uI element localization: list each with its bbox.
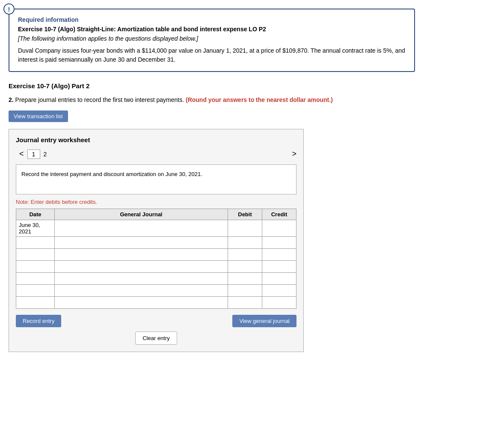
table-row: [16, 285, 296, 297]
debit-cell-3[interactable]: [228, 249, 262, 261]
page-1-indicator[interactable]: 1: [27, 149, 40, 159]
clear-entry-row: Clear entry: [16, 331, 296, 345]
table-row: June 30, 2021: [16, 220, 296, 237]
credit-cell-3[interactable]: [262, 249, 296, 261]
clear-entry-button[interactable]: Clear entry: [135, 331, 177, 345]
record-entry-button[interactable]: Record entry: [16, 315, 61, 327]
gj-cell-2[interactable]: [55, 237, 228, 249]
col-header-date: Date: [16, 209, 55, 220]
gj-input-4[interactable]: [55, 261, 228, 272]
view-general-journal-button[interactable]: View general journal: [232, 315, 296, 327]
page-2-indicator[interactable]: 2: [40, 150, 50, 158]
gj-input-6[interactable]: [55, 285, 228, 296]
question-note: (Round your answers to the nearest dolla…: [186, 96, 333, 103]
journal-entry-worksheet: Journal entry worksheet < 1 2 > Record t…: [9, 129, 304, 352]
col-header-general-journal: General Journal: [55, 209, 228, 220]
exercise-heading: Exercise 10-7 (Algo) Part 2: [9, 82, 495, 90]
action-buttons-row: Record entry View general journal: [16, 315, 296, 327]
gj-input-7[interactable]: [55, 297, 228, 308]
credit-cell-2[interactable]: [262, 237, 296, 249]
debit-input-2[interactable]: [228, 237, 262, 248]
prev-page-button[interactable]: <: [16, 149, 27, 159]
debit-cell-1[interactable]: [228, 220, 262, 237]
table-row: [16, 249, 296, 261]
question-body: Prepare journal entries to record the fi…: [15, 96, 184, 103]
credit-input-2[interactable]: [262, 237, 296, 248]
credit-cell-5[interactable]: [262, 273, 296, 285]
date-cell-2: [16, 237, 55, 249]
credit-cell-7[interactable]: [262, 297, 296, 309]
debit-cell-6[interactable]: [228, 285, 262, 297]
col-header-credit: Credit: [262, 209, 296, 220]
credit-input-7[interactable]: [262, 297, 296, 308]
info-icon: !: [3, 3, 15, 15]
page-navigation: < 1 2 >: [16, 149, 296, 159]
credit-cell-4[interactable]: [262, 261, 296, 273]
info-box: ! Required information Exercise 10-7 (Al…: [9, 9, 415, 72]
debit-cell-7[interactable]: [228, 297, 262, 309]
info-subtitle: [The following information applies to th…: [18, 35, 406, 42]
debit-cell-2[interactable]: [228, 237, 262, 249]
info-body: Duval Company issues four-year bonds wit…: [18, 46, 406, 64]
date-cell-5: [16, 273, 55, 285]
debit-input-4[interactable]: [228, 261, 262, 272]
gj-cell-5[interactable]: [55, 273, 228, 285]
table-row: [16, 273, 296, 285]
gj-input-5[interactable]: [55, 273, 228, 284]
credit-cell-1[interactable]: [262, 220, 296, 237]
worksheet-title: Journal entry worksheet: [16, 136, 296, 143]
debit-input-6[interactable]: [228, 285, 262, 296]
credit-input-6[interactable]: [262, 285, 296, 296]
credit-input-4[interactable]: [262, 261, 296, 272]
required-label: Required information: [18, 16, 406, 23]
debit-input-7[interactable]: [228, 297, 262, 308]
debit-input-1[interactable]: [228, 220, 262, 236]
gj-cell-1[interactable]: [55, 220, 228, 237]
question-number: 2.: [9, 96, 14, 103]
gj-cell-4[interactable]: [55, 261, 228, 273]
col-header-debit: Debit: [228, 209, 262, 220]
date-cell-3: [16, 249, 55, 261]
exercise-title: Exercise 10-7 (Algo) Straight-Line: Amor…: [18, 26, 406, 33]
date-cell-1: June 30, 2021: [16, 220, 55, 237]
gj-cell-6[interactable]: [55, 285, 228, 297]
note-text: Note: Enter debits before credits.: [16, 199, 296, 205]
credit-input-5[interactable]: [262, 273, 296, 284]
table-row: [16, 261, 296, 273]
view-transaction-list-button[interactable]: View transaction list: [9, 110, 68, 122]
debit-cell-4[interactable]: [228, 261, 262, 273]
table-row: [16, 237, 296, 249]
debit-input-3[interactable]: [228, 249, 262, 260]
next-page-button[interactable]: >: [292, 149, 296, 158]
date-cell-7: [16, 297, 55, 309]
journal-table: Date General Journal Debit Credit June 3…: [16, 209, 296, 309]
date-cell-4: [16, 261, 55, 273]
credit-cell-6[interactable]: [262, 285, 296, 297]
gj-input-1[interactable]: [55, 220, 228, 236]
credit-input-3[interactable]: [262, 249, 296, 260]
gj-cell-3[interactable]: [55, 249, 228, 261]
gj-input-2[interactable]: [55, 237, 228, 248]
gj-input-3[interactable]: [55, 249, 228, 260]
credit-input-1[interactable]: [262, 220, 296, 236]
date-cell-6: [16, 285, 55, 297]
table-row: [16, 297, 296, 309]
debit-input-5[interactable]: [228, 273, 262, 284]
debit-cell-5[interactable]: [228, 273, 262, 285]
gj-cell-7[interactable]: [55, 297, 228, 309]
instruction-box: Record the interest payment and discount…: [16, 164, 296, 194]
question-text: 2. Prepare journal entries to record the…: [9, 96, 495, 105]
